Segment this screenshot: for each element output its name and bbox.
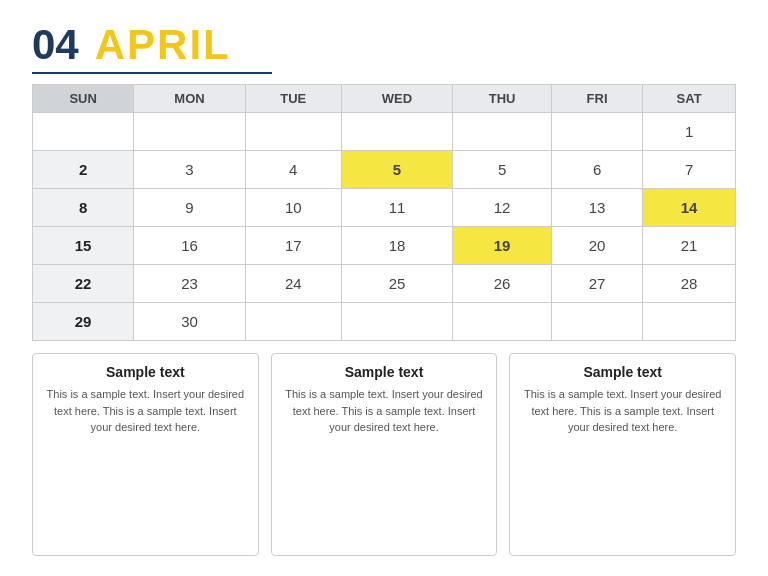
col-header-sun: SUN — [33, 85, 134, 113]
info-box-1-title: Sample text — [45, 364, 246, 380]
info-box-2-body: This is a sample text. Insert your desir… — [284, 386, 485, 436]
calendar-header-row: SUN MON TUE WED THU FRI SAT — [33, 85, 736, 113]
calendar-cell: 4 — [245, 151, 341, 189]
info-boxes-container: Sample text This is a sample text. Inser… — [32, 353, 736, 556]
calendar-cell: 8 — [33, 189, 134, 227]
calendar-cell: 5 — [453, 151, 552, 189]
calendar-cell: 21 — [643, 227, 736, 265]
calendar-cell: 17 — [245, 227, 341, 265]
calendar-cell — [453, 303, 552, 341]
calendar-cell — [341, 303, 453, 341]
calendar-cell: 27 — [551, 265, 642, 303]
calendar-cell: 29 — [33, 303, 134, 341]
calendar-cell — [643, 303, 736, 341]
calendar-cell — [551, 303, 642, 341]
info-box-2: Sample text This is a sample text. Inser… — [271, 353, 498, 556]
calendar-cell: 16 — [134, 227, 246, 265]
calendar-cell — [551, 113, 642, 151]
month-number: 04 — [32, 24, 79, 66]
info-box-1: Sample text This is a sample text. Inser… — [32, 353, 259, 556]
calendar-cell: 3 — [134, 151, 246, 189]
calendar-row: 22232425262728 — [33, 265, 736, 303]
calendar-header: 04 APRIL — [32, 24, 736, 66]
calendar-cell — [453, 113, 552, 151]
calendar-cell: 26 — [453, 265, 552, 303]
calendar-cell: 15 — [33, 227, 134, 265]
month-name: APRIL — [95, 24, 231, 66]
calendar-cell — [134, 113, 246, 151]
calendar-cell — [33, 113, 134, 151]
calendar-row: 15161718192021 — [33, 227, 736, 265]
calendar-cell: 28 — [643, 265, 736, 303]
calendar-cell: 2 — [33, 151, 134, 189]
info-box-3: Sample text This is a sample text. Inser… — [509, 353, 736, 556]
calendar-row: 891011121314 — [33, 189, 736, 227]
calendar-cell — [245, 303, 341, 341]
calendar-cell: 14 — [643, 189, 736, 227]
col-header-fri: FRI — [551, 85, 642, 113]
info-box-3-body: This is a sample text. Insert your desir… — [522, 386, 723, 436]
calendar-row: 2345567 — [33, 151, 736, 189]
calendar-cell: 22 — [33, 265, 134, 303]
calendar-cell: 5 — [341, 151, 453, 189]
calendar-cell: 10 — [245, 189, 341, 227]
info-box-2-title: Sample text — [284, 364, 485, 380]
info-box-1-body: This is a sample text. Insert your desir… — [45, 386, 246, 436]
calendar-cell: 23 — [134, 265, 246, 303]
calendar-cell — [245, 113, 341, 151]
calendar-cell: 18 — [341, 227, 453, 265]
calendar-cell: 20 — [551, 227, 642, 265]
calendar-cell: 12 — [453, 189, 552, 227]
calendar-cell: 1 — [643, 113, 736, 151]
calendar-cell: 9 — [134, 189, 246, 227]
col-header-thu: THU — [453, 85, 552, 113]
calendar-row: 1 — [33, 113, 736, 151]
calendar-row: 2930 — [33, 303, 736, 341]
calendar-table: SUN MON TUE WED THU FRI SAT 123455678910… — [32, 84, 736, 341]
calendar-cell: 6 — [551, 151, 642, 189]
calendar-cell: 7 — [643, 151, 736, 189]
calendar-cell — [341, 113, 453, 151]
calendar-cell: 13 — [551, 189, 642, 227]
calendar-cell: 30 — [134, 303, 246, 341]
col-header-mon: MON — [134, 85, 246, 113]
calendar-cell: 11 — [341, 189, 453, 227]
calendar-cell: 24 — [245, 265, 341, 303]
col-header-sat: SAT — [643, 85, 736, 113]
col-header-wed: WED — [341, 85, 453, 113]
col-header-tue: TUE — [245, 85, 341, 113]
info-box-3-title: Sample text — [522, 364, 723, 380]
calendar-cell: 19 — [453, 227, 552, 265]
calendar-cell: 25 — [341, 265, 453, 303]
header-underline — [32, 72, 272, 74]
